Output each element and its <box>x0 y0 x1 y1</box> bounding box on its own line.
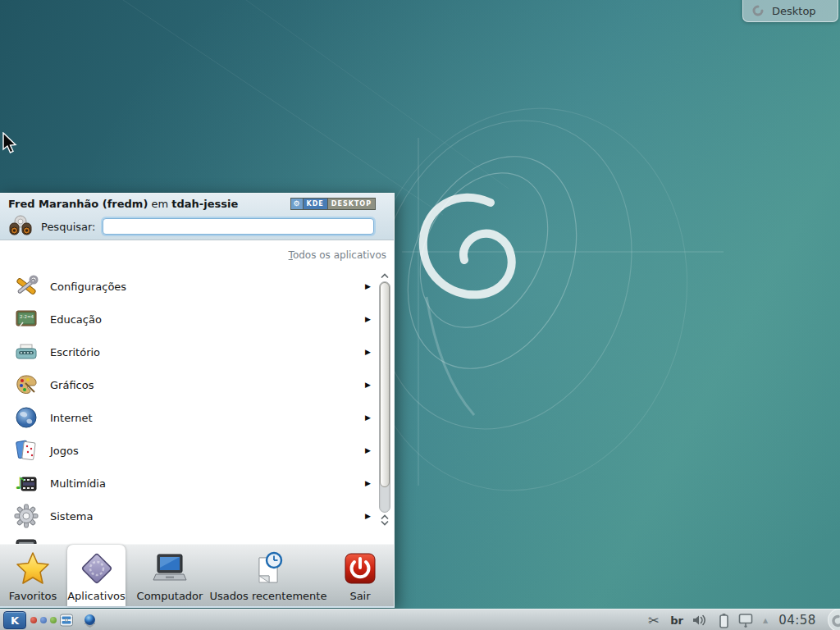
badge-desktop-label: DESKTOP <box>328 199 375 209</box>
desktop-root: Desktop Fred Maranhão (fredm) em tdah-je… <box>0 0 840 630</box>
battery-tray-icon[interactable] <box>715 609 732 630</box>
submenu-arrow-icon: ▶ <box>365 512 371 520</box>
submenu-arrow-icon: ▶ <box>365 479 371 487</box>
kde-desktop-badge: ⚙ KDE DESKTOP <box>290 198 377 210</box>
green-dot-icon <box>50 617 57 623</box>
svg-text:2-2=4: 2-2=4 <box>20 314 34 319</box>
menu-item-escritorio[interactable]: Escritório ▶ <box>0 336 376 368</box>
user-name: Fred Maranhão (fredm) <box>8 198 148 210</box>
submenu-arrow-icon: ▶ <box>365 315 371 323</box>
chalkboard-icon: 2-2=4 <box>14 307 39 331</box>
kickoff-tabbar: Favoritos Aplicativos <box>0 544 394 606</box>
activity-swirl-icon <box>751 4 765 17</box>
scrollbar-thumb[interactable] <box>380 282 390 487</box>
drawer-icon <box>14 536 39 544</box>
svg-text:♪: ♪ <box>15 473 25 493</box>
menu-item-utilitarios[interactable]: Utilitários ▶ <box>0 532 376 544</box>
scroll-down-icon[interactable] <box>380 520 390 526</box>
submenu-arrow-icon: ▶ <box>365 446 371 454</box>
file-drawer-launcher[interactable] <box>57 609 76 630</box>
scroll-up-icon-2[interactable] <box>380 514 390 520</box>
submenu-arrow-icon: ▶ <box>365 282 371 290</box>
klipper-tray-icon[interactable]: ✂ <box>645 609 663 630</box>
kickoff-menu: Fred Maranhão (fredm) em tdah-jessie ⚙ K… <box>0 193 395 608</box>
desktop-toolbox[interactable]: Desktop <box>742 0 838 22</box>
palette-icon <box>14 372 39 397</box>
submenu-arrow-icon: ▶ <box>365 381 371 389</box>
tab-aplicativos[interactable]: Aplicativos <box>67 545 126 606</box>
sphere-widget-launcher[interactable] <box>80 609 99 630</box>
monitor-icon <box>737 613 754 628</box>
scroll-up-icon[interactable] <box>380 273 390 279</box>
playing-cards-icon <box>14 438 39 463</box>
activity-dots-widget[interactable] <box>30 609 57 630</box>
cashew-swirl-icon <box>831 614 840 628</box>
volume-tray-icon[interactable] <box>689 609 710 630</box>
gear-icon <box>14 504 39 528</box>
recent-docs-icon <box>249 549 288 588</box>
menu-item-configuracoes[interactable]: Configurações ▶ <box>0 270 376 303</box>
tab-favoritos[interactable]: Favoritos <box>0 545 66 606</box>
applications-panel: Todos os aplicativos Configurações ▶ <box>0 240 394 544</box>
keyboard-layout-indicator[interactable]: br <box>666 609 687 630</box>
speaker-icon <box>692 614 708 627</box>
sphere-gear-icon <box>82 613 98 628</box>
blue-dot-icon <box>40 617 47 623</box>
power-icon <box>340 549 380 588</box>
red-dot-icon <box>30 617 37 623</box>
scissors-icon: ✂ <box>648 613 659 628</box>
search-row: Pesquisar: <box>7 213 374 240</box>
battery-icon <box>719 613 729 628</box>
badge-kde-label: KDE <box>304 199 327 209</box>
menu-item-multimidia[interactable]: ♪ Multimídia ▶ <box>0 467 376 500</box>
menu-item-graficos[interactable]: Gráficos ▶ <box>0 368 376 401</box>
tab-sair[interactable]: Sair <box>334 545 386 606</box>
menu-item-internet[interactable]: Internet ▶ <box>0 401 376 434</box>
kde-logo-icon: ⚙ <box>291 199 303 209</box>
tab-usados-recentemente[interactable]: Usados recentemente <box>212 545 325 606</box>
kde-menu-button[interactable]: K <box>3 611 26 629</box>
submenu-arrow-icon: ▶ <box>365 413 371 422</box>
scrollbar-track[interactable] <box>379 281 390 513</box>
submenu-arrow-icon: ▶ <box>365 348 371 356</box>
host-name: tdah-jessie <box>171 198 238 210</box>
category-list: Configurações ▶ 2-2=4 Educação ▶ <box>0 270 376 544</box>
mouse-cursor <box>2 132 18 155</box>
search-input[interactable] <box>103 218 375 235</box>
menu-item-jogos[interactable]: Jogos ▶ <box>0 434 376 467</box>
menu-item-sistema[interactable]: Sistema ▶ <box>0 500 376 532</box>
typewriter-icon <box>14 340 39 364</box>
panel-cashew[interactable] <box>828 609 840 630</box>
search-label: Pesquisar: <box>41 221 96 233</box>
tray-expander[interactable]: ▲ <box>759 609 772 630</box>
expander-arrow-icon: ▲ <box>763 617 768 624</box>
menu-item-educacao[interactable]: 2-2=4 Educação ▶ <box>0 303 376 336</box>
kde-diamond-icon <box>77 549 116 588</box>
digital-clock[interactable]: 04:58 <box>774 609 820 630</box>
breadcrumb-all-applications[interactable]: Todos os aplicativos <box>289 249 386 261</box>
drawer-launcher-icon <box>59 613 74 628</box>
star-icon <box>13 549 52 588</box>
tools-icon <box>14 274 39 299</box>
desktop-toolbox-label: Desktop <box>772 5 816 17</box>
list-scrollbar[interactable] <box>378 273 391 541</box>
globe-icon <box>14 405 39 430</box>
display-tray-icon[interactable] <box>735 609 756 630</box>
media-icon: ♪ <box>14 471 39 495</box>
tab-computador[interactable]: Computador <box>130 545 210 606</box>
laptop-icon <box>150 549 189 588</box>
search-binoculars-icon <box>7 213 34 240</box>
panel-taskbar: K ✂ br <box>0 609 840 630</box>
keyboard-layout-label: br <box>670 614 683 627</box>
clock-label: 04:58 <box>778 613 816 628</box>
title-connector: em <box>148 198 171 210</box>
kickoff-header: Fred Maranhão (fredm) em tdah-jessie ⚙ K… <box>0 194 394 240</box>
